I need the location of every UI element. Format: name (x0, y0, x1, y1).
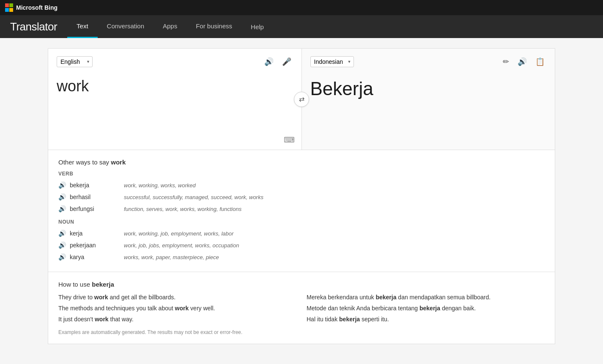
target-edit-button[interactable]: ✏ (501, 55, 511, 68)
example-3-id: Hal itu tidak bekerja seperti itu. (307, 316, 545, 323)
synonyms-berfungsi: function, serves, work, works, working, … (124, 206, 241, 212)
examples-keyword: bekerja (92, 281, 114, 288)
source-mic-button[interactable]: 🎤 (280, 55, 293, 68)
example-2-id: Metode dan teknik Anda berbicara tentang… (307, 305, 545, 312)
target-copy-button[interactable]: 📋 (534, 55, 546, 68)
main-container: English Spanish French 🔊 🎤 work ⌨ ⇄ (48, 48, 555, 344)
source-lang-wrapper[interactable]: English Spanish French (57, 56, 93, 67)
source-lang-select[interactable]: English Spanish French (57, 56, 93, 67)
example-pair-3: It just doesn't work that way. Hal itu t… (58, 316, 545, 323)
synonyms-berhasil: successful, successfully, managed, succe… (124, 194, 263, 200)
synonyms-pekerjaan: work, job, jobs, employment, works, occu… (124, 242, 239, 249)
source-lang-tools: 🔊 🎤 (263, 55, 293, 68)
translation-row: English Spanish French 🔊 🎤 work ⌨ ⇄ (48, 49, 555, 150)
alt-item-karya: 🔊 karya works, work, paper, masterpiece,… (58, 251, 545, 263)
alternatives-section: Other ways to say work VERB 🔊 bekerja wo… (48, 150, 555, 272)
translated-text: Bekerja (310, 73, 547, 104)
example-3-en: It just doesn't work that way. (58, 316, 296, 323)
topbar: Microsoft Bing (0, 0, 603, 15)
example-pair-1: They drive to work and get all the billb… (58, 294, 545, 301)
word-berhasil: berhasil (70, 194, 121, 200)
example-pair-2: The methods and techniques you talk abou… (58, 305, 545, 312)
keyboard-icon[interactable]: ⌨ (284, 135, 295, 145)
word-berfungsi: berfungsi (70, 205, 121, 212)
sound-pekerjaan-icon[interactable]: 🔊 (58, 241, 66, 249)
source-sound-button[interactable]: 🔊 (263, 55, 275, 68)
target-lang-selector: Indonesian English Spanish ✏ 🔊 📋 (310, 55, 547, 68)
pos-noun: NOUN (58, 219, 545, 225)
app-title: Translator (0, 20, 67, 33)
alt-item-kerja: 🔊 kerja work, working, job, employment, … (58, 227, 545, 239)
word-pekerjaan: pekerjaan (70, 242, 121, 249)
pos-verb: VERB (58, 171, 545, 177)
word-kerja: kerja (70, 230, 121, 237)
navbar: Translator Text Conversation Apps For bu… (0, 15, 603, 38)
examples-section: How to use bekerja They drive to work an… (48, 272, 555, 344)
example-1-en: They drive to work and get all the billb… (58, 294, 296, 301)
sound-kerja-icon[interactable]: 🔊 (58, 230, 66, 237)
sound-berhasil-icon[interactable]: 🔊 (58, 193, 66, 201)
brand-name: Microsoft Bing (16, 4, 58, 11)
examples-title: How to use bekerja (58, 281, 545, 288)
alt-title: Other ways to say work (58, 159, 545, 166)
target-lang-select[interactable]: Indonesian English Spanish (310, 56, 354, 67)
alt-item-bekerja: 🔊 bekerja work, working, works, worked (58, 179, 545, 191)
target-panel: Indonesian English Spanish ✏ 🔊 📋 Bekerja (302, 49, 555, 150)
sound-karya-icon[interactable]: 🔊 (58, 253, 66, 261)
sound-bekerja-icon[interactable]: 🔊 (58, 181, 66, 189)
synonyms-kerja: work, working, job, employment, works, l… (124, 230, 233, 237)
swap-button[interactable]: ⇄ (294, 92, 309, 107)
alt-keyword: work (111, 159, 126, 166)
alt-item-berfungsi: 🔊 berfungsi function, serves, work, work… (58, 203, 545, 215)
nav-tabs: Text Conversation Apps For business Help (67, 15, 273, 38)
examples-note: Examples are automatically generated. Th… (58, 329, 545, 335)
source-text[interactable]: work (57, 73, 293, 100)
alt-item-pekerjaan: 🔊 pekerjaan work, job, jobs, employment,… (58, 239, 545, 251)
tab-help[interactable]: Help (241, 15, 273, 38)
example-2-en: The methods and techniques you talk abou… (58, 305, 296, 312)
source-panel: English Spanish French 🔊 🎤 work ⌨ (48, 49, 302, 150)
word-karya: karya (70, 254, 121, 260)
tab-conversation[interactable]: Conversation (98, 15, 153, 38)
target-sound-button[interactable]: 🔊 (516, 55, 529, 68)
sound-berfungsi-icon[interactable]: 🔊 (58, 205, 66, 213)
tab-apps[interactable]: Apps (153, 15, 186, 38)
bing-icon (5, 3, 14, 12)
word-bekerja: bekerja (70, 182, 121, 189)
bing-logo: Microsoft Bing (5, 3, 58, 12)
synonyms-karya: works, work, paper, masterpiece, piece (124, 254, 219, 260)
synonyms-bekerja: work, working, works, worked (124, 182, 196, 189)
target-lang-tools: ✏ 🔊 📋 (501, 55, 546, 68)
target-lang-wrapper[interactable]: Indonesian English Spanish (310, 56, 354, 67)
source-lang-selector: English Spanish French 🔊 🎤 (57, 55, 293, 68)
example-1-id: Mereka berkendara untuk bekerja dan mend… (307, 294, 545, 301)
alt-item-berhasil: 🔊 berhasil successful, successfully, man… (58, 191, 545, 203)
tab-text[interactable]: Text (67, 15, 98, 38)
tab-for-business[interactable]: For business (186, 15, 241, 38)
